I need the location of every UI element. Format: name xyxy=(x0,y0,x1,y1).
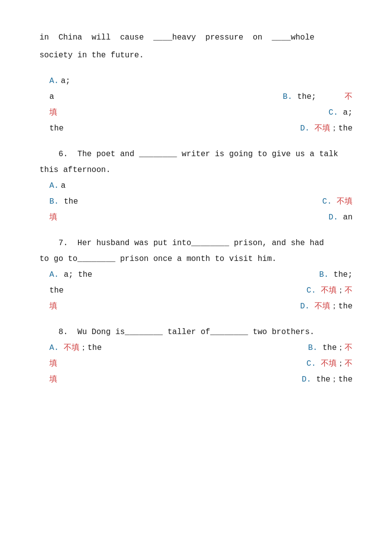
q5-option-a-value: a; xyxy=(61,73,70,89)
intro-block: in China will cause ____heavy pressure o… xyxy=(39,30,353,63)
q8-option-d-value: the；the xyxy=(316,372,353,387)
q6-option-row2: B. the C. 不填 xyxy=(49,194,353,210)
q7-option-c-value: 不填；不 xyxy=(321,283,353,299)
q8-option-d-label: D. xyxy=(302,372,311,387)
q7-option-c2-value: 填 xyxy=(49,299,57,314)
q8-block: 8. Wu Dong is________ taller of________ … xyxy=(39,324,353,387)
blank1: ____ xyxy=(153,33,172,42)
q7-option-b-label: B. xyxy=(319,267,328,283)
blank2: ____ xyxy=(272,33,290,42)
q8-option-row3: 填 D. the；the xyxy=(49,372,353,387)
q5-option-row4: the D. 不填；the xyxy=(49,121,353,136)
q6-option-a-label: A. xyxy=(49,178,59,194)
q8-option-a-value: 不填；the xyxy=(64,340,102,356)
q8-options: A. 不填；the B. the；不 填 C. 不填；不 填 D. the；th… xyxy=(49,340,353,387)
q5-option-a-label: A. xyxy=(49,73,59,89)
q7-option-c-label: C. xyxy=(307,283,316,299)
q8-option-row2: 填 C. 不填；不 xyxy=(49,356,353,372)
q7-text-line1: 7. Her husband was put into________ pris… xyxy=(39,235,353,251)
q6-text-line2: this afternoon. xyxy=(39,162,353,178)
intro-line2: society in the future. xyxy=(39,47,353,63)
q8-option-c-label: C. xyxy=(307,356,316,372)
q8-option-a-label: A. xyxy=(49,340,59,356)
q7-option-row3: 填 D. 不填；the xyxy=(49,299,353,314)
q7-text-line2: to go to________ prison once a month to … xyxy=(39,251,353,267)
q8-option-c-value: 不填；不 xyxy=(321,356,353,372)
q7-option-d-value: 不填；the xyxy=(314,299,353,314)
q6-options: A. a B. the C. 不填 填 D. an xyxy=(49,178,353,225)
q8-option-c2-value: 填 xyxy=(49,372,57,387)
q6-text-line1: 6. The poet and ________ writer is going… xyxy=(39,146,353,162)
q5-option-d-value: 不填；the xyxy=(314,121,353,136)
q8-option-b2-value: 填 xyxy=(49,356,57,372)
q5-options: A. a; a B. the; 不 填 C. a; the D. 不填；the xyxy=(49,73,353,136)
q6-option-c-label: C. xyxy=(322,194,332,210)
q8-option-b-label: B. xyxy=(308,340,317,356)
q5-option-c-value: a; xyxy=(343,105,353,121)
q6-option-b-label: B. xyxy=(49,194,59,210)
q5-block: A. a; a B. the; 不 填 C. a; the D. 不填；the xyxy=(39,73,353,136)
q6-option-row3: 填 D. an xyxy=(49,210,353,225)
q8-option-b-value: the；不 xyxy=(322,340,353,356)
q7-option-a-label: A. xyxy=(49,267,59,283)
q7-number: 7. xyxy=(58,239,68,248)
q7-option-a-value: a; the xyxy=(64,267,92,283)
q8-option-row1: A. 不填；the B. the；不 xyxy=(49,340,353,356)
intro-line1: in China will cause ____heavy pressure o… xyxy=(39,30,353,45)
q6-option-c2-value: 填 xyxy=(49,210,57,225)
q6-option-d-label: D. xyxy=(329,210,338,225)
q7-options: A. a; the B. the; the C. 不填；不 填 D. 不填；th… xyxy=(49,267,353,314)
q7-option-row1: A. a; the B. the; xyxy=(49,267,353,283)
q6-option-b-value: the xyxy=(64,194,78,210)
q7-option-row2: the C. 不填；不 xyxy=(49,283,353,299)
q5-option-a2-value: a xyxy=(49,89,54,105)
q5-option-row2: a B. the; 不 xyxy=(49,89,353,105)
q5-option-c-label: C. xyxy=(329,105,338,121)
q7-option-b2-value: the xyxy=(49,283,64,299)
q7-option-d-label: D. xyxy=(300,299,310,314)
q6-option-a-value: a xyxy=(61,178,66,194)
q5-option-row1: A. a; xyxy=(49,73,353,89)
q6-option-d-value: an xyxy=(343,210,353,225)
q6-option-c-value: 不填 xyxy=(337,194,353,210)
q7-option-b-value: the; xyxy=(334,267,353,283)
q6-option-row1: A. a xyxy=(49,178,353,194)
q5-option-b-label: B. xyxy=(283,89,292,105)
q6-number: 6. xyxy=(58,150,68,159)
q8-text-line1: 8. Wu Dong is________ taller of________ … xyxy=(39,324,353,340)
q5-option-b-value: the; 不 xyxy=(297,89,353,105)
q5-option-row3: 填 C. a; xyxy=(49,105,353,121)
q5-option-b2-value: 填 xyxy=(49,105,57,121)
q5-option-d-label: D. xyxy=(300,121,310,136)
q6-block: 6. The poet and ________ writer is going… xyxy=(39,146,353,225)
q8-number: 8. xyxy=(58,328,68,337)
q7-block: 7. Her husband was put into________ pris… xyxy=(39,235,353,314)
q5-option-b-chinese: 不 xyxy=(345,92,353,101)
q5-option-c2-value: the xyxy=(49,121,64,136)
